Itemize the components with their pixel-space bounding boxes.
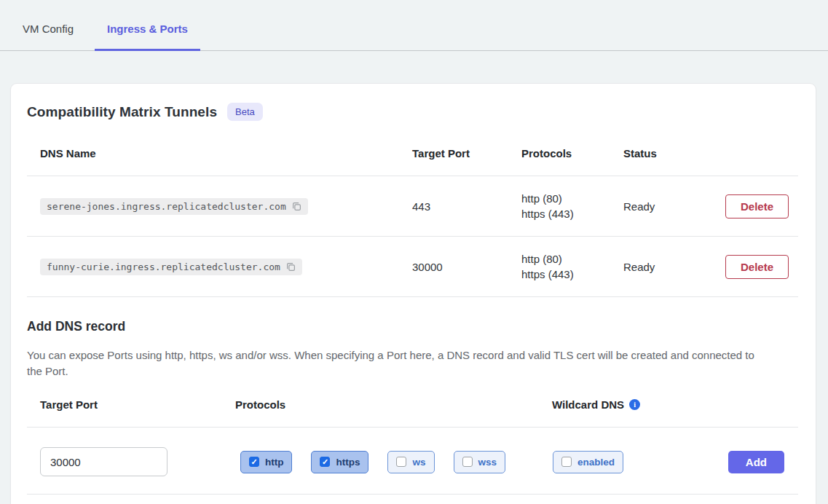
checkbox-http[interactable]: ✓ http	[240, 451, 292, 473]
header-target-port: Target Port	[412, 147, 521, 160]
checkbox-label: enabled	[577, 457, 615, 468]
add-dns-section: Add DNS record You can expose Ports usin…	[27, 296, 798, 495]
protocols-cell: http (80) https (443)	[521, 251, 623, 282]
dns-cell: funny-curie.ingress.replicatedcluster.co…	[27, 259, 412, 275]
dns-name-pill: funny-curie.ingress.replicatedcluster.co…	[40, 259, 302, 275]
header-dns-name: DNS Name	[27, 147, 412, 160]
target-port-cell	[27, 447, 235, 476]
card-title: Compatibility Matrix Tunnels	[27, 104, 217, 120]
header-status: Status	[623, 147, 725, 160]
header-protocols: Protocols	[521, 147, 623, 160]
table-row: funny-curie.ingress.replicatedcluster.co…	[27, 236, 798, 296]
protocol-line: http (80)	[521, 191, 623, 206]
checkbox-wss[interactable]: ✓ wss	[454, 451, 506, 473]
dns-name-pill: serene-jones.ingress.replicatedcluster.c…	[40, 198, 308, 215]
add-form-header: Target Port Protocols Wildcard DNS i	[27, 398, 798, 427]
protocol-line: https (443)	[521, 267, 623, 282]
dns-name-text: funny-curie.ingress.replicatedcluster.co…	[47, 261, 280, 272]
dns-name-text: serene-jones.ingress.replicatedcluster.c…	[47, 201, 286, 212]
wildcard-dns-label: Wildcard DNS	[552, 398, 624, 411]
checkbox-box-icon: ✓	[396, 457, 406, 467]
checkbox-wildcard-enabled[interactable]: ✓ enabled	[553, 451, 623, 473]
action-cell: Delete	[725, 194, 803, 218]
header-target-port: Target Port	[27, 398, 235, 411]
card-title-row: Compatibility Matrix Tunnels Beta	[27, 103, 798, 121]
add-button[interactable]: Add	[728, 451, 784, 473]
port-cell: 30000	[412, 261, 521, 273]
delete-button[interactable]: Delete	[725, 255, 789, 279]
checkbox-box-icon: ✓	[249, 457, 259, 467]
tab-vm-config[interactable]: VM Config	[10, 5, 86, 51]
header-wildcard-dns: Wildcard DNS i	[552, 398, 727, 411]
protocols-cell: http (80) https (443)	[521, 191, 623, 221]
target-port-input[interactable]	[40, 447, 167, 476]
info-icon[interactable]: i	[629, 399, 640, 410]
checkbox-box-icon: ✓	[561, 457, 572, 467]
checkbox-box-icon: ✓	[320, 457, 330, 467]
protocols-cell: ✓ http ✓ https ✓ ws ✓ wss	[235, 451, 552, 473]
checkbox-https[interactable]: ✓ https	[311, 451, 368, 473]
copy-icon[interactable]	[285, 261, 296, 272]
dns-cell: serene-jones.ingress.replicatedcluster.c…	[27, 198, 412, 215]
checkbox-label: wss	[478, 457, 497, 468]
checkbox-label: http	[265, 457, 283, 468]
add-dns-description: You can expose Ports using http, https, …	[27, 347, 762, 379]
port-cell: 443	[412, 200, 521, 213]
checkbox-label: https	[336, 457, 360, 468]
status-cell: Ready	[623, 200, 725, 213]
status-cell: Ready	[623, 261, 725, 273]
table-row: serene-jones.ingress.replicatedcluster.c…	[27, 176, 798, 236]
protocol-line: https (443)	[521, 206, 623, 221]
tunnels-table-header: DNS Name Target Port Protocols Status	[27, 143, 798, 176]
beta-badge: Beta	[227, 103, 263, 121]
delete-button[interactable]: Delete	[725, 194, 789, 218]
tab-bar: VM Config Ingress & Ports	[0, 0, 828, 51]
tab-ingress-ports[interactable]: Ingress & Ports	[95, 5, 200, 51]
action-cell: Delete	[725, 255, 803, 279]
tunnels-card: Compatibility Matrix Tunnels Beta DNS Na…	[10, 83, 816, 504]
copy-icon[interactable]	[291, 201, 302, 212]
protocol-line: http (80)	[521, 251, 623, 267]
add-dns-title: Add DNS record	[27, 319, 798, 334]
checkbox-label: ws	[412, 457, 425, 468]
wildcard-dns-cell: ✓ enabled	[552, 451, 727, 473]
header-protocols: Protocols	[235, 398, 552, 411]
add-form-row: ✓ http ✓ https ✓ ws ✓ wss ✓	[27, 427, 798, 495]
add-button-cell: Add	[727, 451, 798, 473]
tunnels-table: DNS Name Target Port Protocols Status se…	[27, 143, 798, 296]
checkbox-box-icon: ✓	[462, 457, 473, 467]
checkbox-ws[interactable]: ✓ ws	[387, 451, 434, 473]
